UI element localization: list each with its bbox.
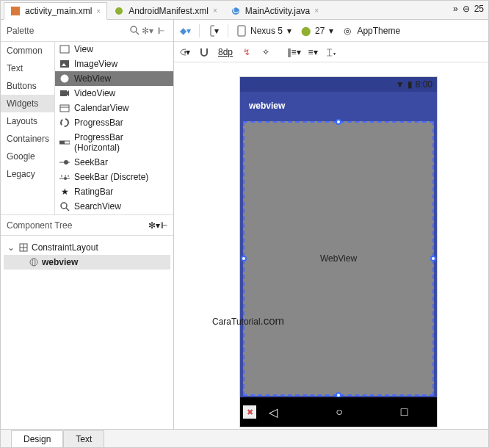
svg-point-4 bbox=[131, 26, 137, 32]
left-panel: Palette ✻▾ ⊩ Common Text Buttons Widgets… bbox=[1, 20, 174, 430]
search-icon bbox=[59, 201, 70, 212]
tree-root[interactable]: ⌄ ConstraintLayout bbox=[4, 240, 170, 255]
close-icon[interactable]: × bbox=[314, 7, 319, 15]
item-textureview[interactable]: TextureView bbox=[55, 214, 173, 214]
theme-icon: ◎ bbox=[342, 26, 352, 36]
api-selector[interactable]: ⬤ 27▾ bbox=[300, 26, 333, 36]
gear-icon[interactable]: ✻▾ bbox=[141, 24, 154, 37]
java-icon: C bbox=[231, 6, 241, 16]
search-icon[interactable] bbox=[128, 24, 141, 37]
gear-icon[interactable]: ✻▾ bbox=[148, 220, 160, 231]
more-icon[interactable]: » bbox=[453, 4, 458, 14]
cat-widgets[interactable]: Widgets bbox=[1, 95, 54, 112]
cat-containers[interactable]: Containers bbox=[1, 130, 54, 148]
svg-point-15 bbox=[61, 119, 68, 126]
svg-point-10 bbox=[63, 75, 66, 82]
tree-child[interactable]: webview bbox=[4, 255, 170, 270]
zoom-value: 25 bbox=[474, 4, 484, 14]
status-bar: ▼ ▮ 8:00 bbox=[240, 77, 437, 92]
pack-icon[interactable]: ≡▾ bbox=[308, 47, 318, 57]
item-seekbar-d[interactable]: SeekBar (Discrete) bbox=[55, 170, 173, 184]
svg-text:C: C bbox=[232, 7, 239, 15]
spacing-value[interactable]: 8dp bbox=[218, 47, 233, 57]
item-progressbar-h[interactable]: ProgressBar (Horizontal) bbox=[55, 130, 173, 155]
zoom-out-icon[interactable]: ⊖ bbox=[463, 4, 470, 14]
webview-component[interactable]: WebView bbox=[243, 121, 434, 396]
collapse-icon[interactable]: ⊩ bbox=[154, 24, 167, 37]
image-icon bbox=[59, 59, 70, 69]
item-seekbar[interactable]: SeekBar bbox=[55, 155, 173, 170]
layers-icon[interactable]: ◆▾ bbox=[180, 26, 190, 36]
chevron-down-icon[interactable]: ⌄ bbox=[7, 242, 15, 253]
seekbar-icon bbox=[59, 157, 70, 167]
tab-manifest[interactable]: AndroidManifest.xml × bbox=[107, 1, 224, 19]
svg-point-19 bbox=[64, 160, 68, 165]
android-icon bbox=[114, 6, 124, 16]
cat-legacy[interactable]: Legacy bbox=[1, 165, 54, 183]
palette-title: Palette bbox=[7, 26, 128, 36]
palette-categories: Common Text Buttons Widgets Layouts Cont… bbox=[1, 42, 55, 214]
nav-bar: ✖ ◁ ○ □ bbox=[240, 397, 437, 427]
theme-selector[interactable]: ◎ AppTheme bbox=[342, 26, 400, 36]
orientation-icon[interactable]: ▾ bbox=[209, 26, 219, 36]
align-icon[interactable]: ‖≡▾ bbox=[289, 47, 299, 57]
star-icon: ★ bbox=[59, 187, 70, 197]
video-icon bbox=[59, 88, 70, 98]
svg-rect-17 bbox=[59, 141, 65, 144]
magnet-icon[interactable] bbox=[199, 47, 209, 57]
item-view[interactable]: View bbox=[55, 42, 173, 57]
cat-text[interactable]: Text bbox=[1, 59, 54, 77]
collapse-icon[interactable]: ⊩ bbox=[160, 220, 167, 231]
item-calendarview[interactable]: CalendarView bbox=[55, 101, 173, 115]
app-title: webview bbox=[249, 101, 285, 111]
tab-mainactivity[interactable]: C MainActivity.java × bbox=[224, 1, 325, 19]
tab-text[interactable]: Text bbox=[63, 430, 104, 447]
cat-layouts[interactable]: Layouts bbox=[1, 112, 54, 130]
editor-tabs: activity_main.xml × AndroidManifest.xml … bbox=[1, 1, 488, 20]
guide-icon[interactable]: ⌶▾ bbox=[327, 47, 337, 57]
tree-child-label: webview bbox=[42, 257, 78, 267]
item-webview[interactable]: WebView bbox=[55, 71, 173, 86]
item-progressbar[interactable]: ProgressBar bbox=[55, 115, 173, 130]
design-canvas[interactable]: ▼ ▮ 8:00 webview WebView bbox=[174, 62, 488, 430]
device-selector[interactable]: Nexus 5▾ bbox=[237, 25, 291, 37]
tab-design[interactable]: Design bbox=[11, 430, 63, 447]
recent-icon[interactable]: □ bbox=[401, 405, 408, 419]
cat-google[interactable]: Google bbox=[1, 148, 54, 165]
cat-buttons[interactable]: Buttons bbox=[1, 77, 54, 95]
close-icon[interactable]: × bbox=[96, 7, 101, 15]
palette-small-icon: ✖ bbox=[243, 405, 256, 419]
eye-icon[interactable]: ▾ bbox=[180, 47, 190, 57]
item-imageview[interactable]: ImageView bbox=[55, 57, 173, 71]
tab-activity-main[interactable]: activity_main.xml × bbox=[4, 2, 107, 20]
item-searchview[interactable]: SearchView bbox=[55, 199, 173, 214]
seekbar-d-icon bbox=[59, 172, 70, 182]
clear-icon[interactable]: ↯ bbox=[242, 47, 252, 57]
svg-line-26 bbox=[66, 208, 69, 211]
svg-rect-11 bbox=[60, 90, 67, 96]
design-toolbar: ◆▾ ▾ Nexus 5▾ ⬤ 27▾ ◎ AppTheme » ⊖ 25 bbox=[174, 20, 488, 42]
home-icon[interactable]: ○ bbox=[336, 405, 343, 419]
item-ratingbar[interactable]: ★RatingBar bbox=[55, 184, 173, 199]
resize-handle[interactable] bbox=[241, 256, 247, 261]
svg-line-5 bbox=[136, 32, 139, 35]
progress-icon bbox=[59, 118, 70, 128]
device-preview[interactable]: ▼ ▮ 8:00 webview WebView bbox=[240, 77, 437, 427]
close-icon[interactable]: × bbox=[213, 7, 217, 15]
tree-root-label: ConstraintLayout bbox=[32, 242, 98, 253]
palette-items: View ImageView WebView VideoView Calenda… bbox=[55, 42, 173, 214]
android-icon: ⬤ bbox=[300, 26, 311, 36]
cat-common[interactable]: Common bbox=[1, 42, 54, 59]
svg-rect-7 bbox=[60, 60, 69, 68]
web-icon bbox=[29, 257, 39, 267]
tab-label: activity_main.xml bbox=[25, 6, 92, 16]
back-icon[interactable]: ◁ bbox=[269, 405, 278, 419]
resize-handle[interactable] bbox=[336, 119, 341, 125]
battery-icon: ▮ bbox=[408, 79, 413, 90]
tab-label: MainActivity.java bbox=[245, 6, 310, 16]
wifi-icon: ▼ bbox=[396, 79, 405, 90]
resize-handle[interactable] bbox=[430, 256, 436, 261]
view-icon bbox=[59, 44, 70, 54]
wand-icon[interactable]: ✧ bbox=[261, 47, 271, 57]
item-videoview[interactable]: VideoView bbox=[55, 86, 173, 101]
